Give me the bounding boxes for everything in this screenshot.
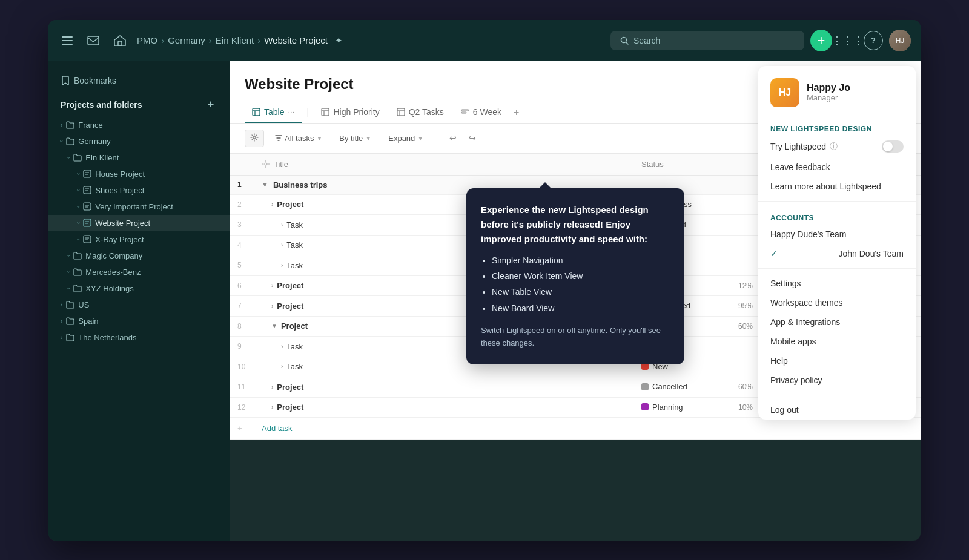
search-icon (620, 36, 629, 45)
all-tasks-button[interactable]: All tasks ▼ (269, 131, 328, 146)
help-label: Help (770, 356, 788, 366)
pin-icon[interactable]: ✦ (335, 35, 343, 46)
learn-more-item[interactable]: Learn more about Lightspeed (758, 177, 916, 196)
expand-icon[interactable]: › (271, 384, 273, 390)
try-lightspeed-item[interactable]: Try Lightspeed ⓘ (758, 136, 916, 157)
svg-rect-3 (88, 36, 99, 45)
progress-text: 95% (738, 301, 758, 310)
logout-item[interactable]: Log out (758, 400, 916, 420)
folder-icon (66, 300, 74, 309)
sidebar-item-xyz[interactable]: › XYZ Holdings (48, 280, 230, 297)
tab-q2-tasks[interactable]: Q2 Tasks (389, 102, 451, 123)
home-button[interactable] (110, 31, 130, 50)
breadcrumb-sep2: › (209, 35, 212, 45)
account1-label: Happy Dude's Team (770, 229, 846, 239)
row-num: 11 (230, 377, 254, 398)
tab-6week[interactable]: 6 Week (454, 102, 509, 123)
sidebar-item-ein-klient[interactable]: › Ein Klient (48, 150, 230, 166)
section-divider (758, 268, 916, 269)
expand-icon[interactable]: › (281, 262, 283, 269)
sidebar-item-germany[interactable]: › Germany (48, 133, 230, 150)
tooltip-footer: Switch Lightspeed on or off anytime. Onl… (481, 324, 670, 350)
sidebar-item-label: XYZ Holdings (85, 284, 133, 293)
mobile-apps-item[interactable]: Mobile apps (758, 332, 916, 351)
sidebar-item-very-important[interactable]: › Very Important Project (48, 199, 230, 215)
sidebar-item-label: Mercedes-Benz (85, 268, 141, 277)
sidebar-item-magic-company[interactable]: › Magic Company (48, 248, 230, 264)
row-num: 4 (230, 235, 254, 255)
tab-high-priority[interactable]: High Priority (314, 102, 386, 123)
sidebar-bookmarks[interactable]: Bookmarks (48, 71, 230, 90)
settings-icon (250, 133, 259, 142)
by-title-button[interactable]: By title ▼ (333, 131, 377, 146)
expand-icon[interactable]: › (281, 222, 283, 228)
chevron-down-icon: › (75, 173, 82, 174)
table-settings-button[interactable] (245, 130, 264, 147)
expand-icon[interactable]: › (281, 242, 283, 248)
tab-more-icon[interactable]: ··· (288, 107, 294, 116)
svg-point-16 (253, 136, 256, 139)
search-bar[interactable]: Search (610, 31, 804, 50)
help-item[interactable]: Help (758, 351, 916, 371)
chevron-down-icon: › (58, 140, 65, 142)
sidebar-item-mercedes[interactable]: › Mercedes-Benz (48, 264, 230, 280)
expand-label: Expand (388, 134, 415, 143)
breadcrumb-sep3: › (257, 35, 260, 45)
undo-button[interactable]: ↩ (445, 130, 461, 146)
col-num (230, 154, 254, 176)
breadcrumb-current[interactable]: Website Project (264, 35, 328, 45)
account2-item[interactable]: John Dou's Team (758, 244, 916, 263)
toolbar-separator (437, 132, 437, 144)
expand-icon[interactable]: › (271, 201, 273, 208)
sidebar-item-netherlands[interactable]: › The Netherlands (48, 329, 230, 346)
add-task-row[interactable]: + Add task (230, 418, 921, 440)
breadcrumb-ein-klient[interactable]: Ein Klient (216, 35, 254, 45)
collapse-icon[interactable]: ▼ (262, 181, 268, 188)
undo-redo-group: ↩ ↪ (445, 130, 481, 146)
expand-icon[interactable]: › (271, 282, 273, 289)
sidebar-item-house-project[interactable]: › House Project (48, 166, 230, 182)
menu-button[interactable] (58, 33, 76, 48)
avatar-initials: HJ (779, 87, 791, 98)
expand-icon[interactable]: › (271, 303, 273, 309)
grid-icon[interactable]: ⋮⋮⋮ (838, 31, 858, 50)
leave-feedback-item[interactable]: Leave feedback (758, 157, 916, 177)
col-settings-icon[interactable] (262, 160, 270, 168)
tab-table[interactable]: Table ··· (245, 102, 302, 123)
workspace-themes-item[interactable]: Workspace themes (758, 293, 916, 312)
chevron-down-icon: ▼ (417, 135, 423, 142)
account1-item[interactable]: Happy Dude's Team (758, 225, 916, 244)
privacy-policy-item[interactable]: Privacy policy (758, 371, 916, 390)
breadcrumb-pmo[interactable]: PMO (137, 35, 157, 45)
app-integrations-item[interactable]: App & Integrations (758, 312, 916, 332)
lightspeed-toggle[interactable] (882, 140, 904, 153)
help-icon[interactable]: ? (864, 31, 883, 50)
sidebar-item-shoes-project[interactable]: › Shoes Project (48, 182, 230, 199)
expand-icon[interactable]: › (281, 343, 283, 350)
add-task-label[interactable]: Add task (254, 418, 634, 440)
add-button[interactable]: + (810, 30, 832, 51)
add-task-text: Add task (262, 424, 293, 433)
chevron-down-icon: › (65, 287, 72, 289)
user-avatar[interactable]: HJ (889, 30, 911, 51)
project-icon (83, 186, 91, 194)
settings-item[interactable]: Settings (758, 274, 916, 293)
add-task-plus[interactable]: + (230, 418, 254, 440)
sidebar-item-france[interactable]: › France (48, 117, 230, 133)
add-tab-button[interactable]: + (514, 107, 519, 118)
svg-rect-11 (253, 108, 260, 116)
expand-icon[interactable]: › (281, 363, 283, 370)
expand-icon[interactable]: › (271, 404, 273, 410)
sidebar-item-xray-project[interactable]: › X-Ray Project (48, 231, 230, 248)
collapse-icon[interactable]: ▼ (271, 323, 277, 329)
redo-button[interactable]: ↪ (464, 130, 481, 146)
breadcrumb-germany[interactable]: Germany (168, 35, 205, 45)
sidebar-item-label: Magic Company (85, 251, 142, 260)
add-project-button[interactable]: + (203, 97, 218, 112)
svg-point-17 (265, 163, 267, 165)
expand-button[interactable]: Expand ▼ (382, 131, 429, 146)
sidebar-item-spain[interactable]: › Spain (48, 313, 230, 329)
mail-button[interactable] (84, 32, 103, 49)
sidebar-item-website-project[interactable]: › Website Project (48, 215, 230, 231)
sidebar-item-us[interactable]: › US (48, 297, 230, 313)
